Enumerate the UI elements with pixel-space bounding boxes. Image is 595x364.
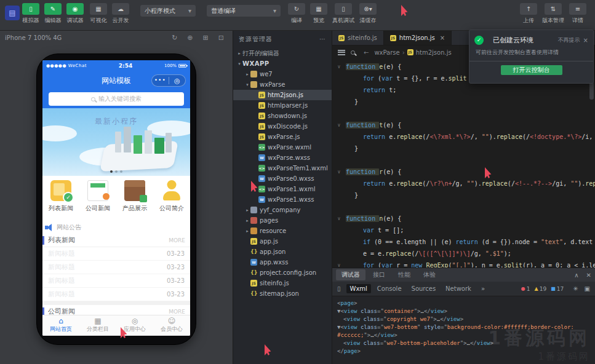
wxml-line[interactable]: </page> [332,347,595,355]
community-icon[interactable]: ▤ [5,6,20,20]
wxml-line[interactable]: <page> [332,299,595,307]
wxml-line[interactable]: <view class="copyright we7">…</view> [332,315,595,323]
screenshot-icon[interactable]: ⊞ [203,34,209,42]
wxml-line[interactable]: #cccccc;">…</view> [332,331,595,339]
wechat-capsule[interactable]: ••• ◎ [151,74,186,87]
grid-item[interactable]: 产品展示 [116,176,153,221]
device-toggle-icon[interactable]: ▯ [337,285,341,292]
debugger-panel-tab[interactable]: 体验 [418,269,441,280]
file-tree-item[interactable]: <>wxParse1.wxml [233,184,332,194]
project-action-button[interactable]: ⇅版本管理 [542,3,564,25]
open-cloud-console-button[interactable]: 打开云控制台 [501,65,562,75]
file-tree-item[interactable]: JSwxParse.js [233,132,332,142]
file-tree-item[interactable]: ▾WXAPP [233,58,332,69]
action-button[interactable]: ▯真机调试 [332,3,354,25]
panel-toggle-button[interactable]: ◉调试器 [66,3,84,25]
file-tree-item[interactable]: WwxParse0.wxss [233,173,332,184]
fold-icon[interactable]: ∨ [332,213,346,224]
info-badge[interactable]: ■17 [551,286,564,292]
menu-icon[interactable] [338,50,345,55]
breadcrumb-file[interactable]: htm2json.js [416,49,452,56]
close-icon[interactable]: ✕ [586,272,591,279]
project-action-button[interactable]: ≡详情 [569,3,586,25]
zoom-icon[interactable]: ⊕ [187,34,193,42]
back-icon[interactable]: ← [364,49,369,56]
editor-tab[interactable]: JShtm2json.js× [384,31,452,45]
tabbar-item[interactable]: ▦分类栏目 [79,315,116,336]
more-link[interactable]: MORE [169,237,185,243]
compile-mode-dropdown[interactable]: 普通编译 ▾ [207,5,281,17]
breadcrumb-folder[interactable]: wxParse [374,49,399,56]
fold-icon[interactable]: ∨ [332,119,346,131]
fold-icon[interactable]: ∨ [332,166,346,178]
file-tree-item[interactable]: WwxParse.wxss [233,152,332,163]
device-selector[interactable]: iPhone 7 100% 4G [5,34,62,41]
wxml-line[interactable]: <view class="we7-bottom-placeholder">…</… [332,339,595,347]
debugger-panel-tab[interactable]: 接口 [367,269,391,280]
wxml-line[interactable]: ▼<view class="container">…</view> [332,307,595,315]
mode-dropdown[interactable]: 小程序模式 ▾ [140,5,196,17]
file-tree-item[interactable]: {}app.json [233,247,332,257]
explorer-menu-icon[interactable]: ⋯ [319,31,326,48]
gear-icon[interactable]: ✳ [573,285,578,292]
file-tree-item[interactable]: WwxParse1.wxss [233,194,332,205]
tool-button[interactable]: ☁云开发 [112,3,129,25]
file-tree-item[interactable]: JShtm2json.js [233,90,332,100]
file-tree-item[interactable]: ▸pages [233,215,332,226]
file-tree-item[interactable]: ▸resource [233,226,332,236]
file-tree-item[interactable]: ▸yyf_company [233,205,332,215]
more-link[interactable]: MORE [169,309,185,315]
more-icon[interactable]: ••• [152,75,169,86]
panel-toggle-button[interactable]: ▯模拟器 [22,3,39,25]
code-area[interactable]: ∨function e(e) { for (var t = {}, r = e.… [332,59,595,267]
editor-tab[interactable]: JSsiteinfo.js [332,31,384,45]
action-button[interactable]: ▦预览 [310,3,327,25]
news-row[interactable]: 新闻标题03-23 [42,288,190,301]
file-tree-item[interactable]: ▸we7 [233,69,332,79]
panel-toggle-button[interactable]: ✎编辑器 [44,3,62,25]
debugger-panel-tab[interactable]: 性能 [393,269,416,280]
file-tree-item[interactable]: JSwxDiscode.js [233,121,332,132]
file-tree-item[interactable]: ▾wxParse [233,79,332,90]
dismiss-link[interactable]: 不再提示 [558,36,580,44]
announcement-bar[interactable]: 网站公告 [42,221,190,234]
dock-icon[interactable]: ▣ [585,285,590,292]
error-badge[interactable]: ●1 [521,286,530,292]
file-tree-item[interactable]: JSapp.js [233,236,332,247]
grid-item[interactable]: 列表新闻 [42,176,79,221]
file-tree-item[interactable]: JSsiteinfo.js [233,278,332,288]
close-icon[interactable]: × [583,37,588,44]
grid-item[interactable]: 公司新闻 [79,176,116,221]
warning-badge[interactable]: ▲19 [535,286,547,292]
wxml-tree[interactable]: <page>▼<view class="container">…</view><… [332,296,595,358]
detach-icon[interactable]: ⊡ [218,34,224,42]
rotate-icon[interactable]: ↻ [172,34,177,42]
search-icon[interactable] [351,50,355,55]
banner-carousel[interactable]: 最新小程序 [42,108,190,176]
file-tree-item[interactable]: {}sitemap.json [233,288,332,299]
file-tree-item[interactable]: {}project.config.json [233,267,332,278]
file-tree-item[interactable]: <>wxParseTem1.wxml [233,163,332,173]
wxml-line[interactable]: ▼<view class="we7-bottom" style="backgro… [332,323,595,331]
file-tree-item[interactable]: <>wxParse.wxml [233,142,332,152]
file-tree-item[interactable]: JShtmlparser.js [233,100,332,111]
project-action-button[interactable]: ↑上传 [520,3,537,25]
news-row[interactable]: 新闻标题03-23 [42,261,190,274]
tabbar-item[interactable]: ☺会员中心 [153,315,190,336]
devtools-tab-»[interactable]: » [477,284,489,293]
fold-icon[interactable]: ∨ [332,61,346,73]
file-tree-item[interactable]: JSshowdown.js [233,111,332,121]
devtools-tab-wxml[interactable]: Wxml [346,284,371,293]
fold-icon[interactable]: ∨ [332,259,346,267]
action-button[interactable]: ⊗▾清缓存 [359,3,377,25]
search-input[interactable]: 输入关键词搜索 [49,92,184,106]
close-icon[interactable]: × [440,34,445,41]
close-circle-icon[interactable]: ◎ [169,75,186,86]
news-row[interactable]: 新闻标题03-23 [42,274,190,288]
grid-item[interactable]: 公司简介 [153,176,190,221]
collapse-icon[interactable]: ∧ [574,272,578,279]
action-button[interactable]: ↻编译 [288,3,305,25]
devtools-tab-sources[interactable]: Sources [408,284,440,293]
file-tree-item[interactable]: Wapp.wxss [233,257,332,267]
news-row[interactable]: 新闻标题03-23 [42,247,190,261]
